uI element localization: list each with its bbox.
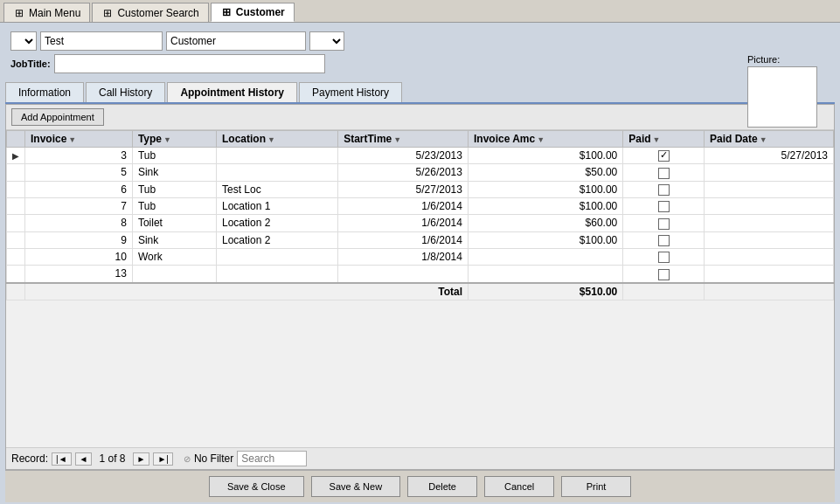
cell-paid[interactable] [623, 181, 705, 197]
jobtitle-input[interactable] [54, 54, 325, 73]
table-container: Add Appointment Invoice▼ Type▼ Location▼ [5, 104, 835, 470]
tab-customer-search[interactable]: ⊞ Customer Search [92, 3, 208, 22]
cell-invoice: 5 [25, 164, 133, 181]
cell-paid[interactable] [623, 197, 705, 214]
nav-next-button[interactable]: ► [133, 452, 150, 466]
cell-location: Test Loc [216, 181, 337, 197]
table-row[interactable]: 10Work1/8/2014 [7, 248, 834, 265]
th-paid-date[interactable]: Paid Date▼ [704, 131, 833, 148]
table-row[interactable]: 7TubLocation 11/6/2014$100.00 [7, 197, 834, 214]
cell-paid[interactable] [623, 164, 705, 181]
table-row[interactable]: 13 [7, 266, 834, 283]
cell-paid[interactable] [623, 231, 705, 248]
tab-customer[interactable]: ⊞ Customer [211, 3, 295, 22]
table-row[interactable]: 9SinkLocation 21/6/2014$100.00 [7, 231, 834, 248]
th-invoice[interactable]: Invoice▼ [25, 131, 133, 148]
total-row: Total $510.00 [7, 283, 834, 300]
row-selector[interactable] [7, 266, 25, 283]
tab-information[interactable]: Information [5, 82, 84, 102]
picture-box [747, 66, 817, 128]
nav-search-input[interactable] [237, 451, 307, 466]
paid-checkbox[interactable] [658, 201, 670, 212]
cell-paid-date [704, 266, 833, 283]
customer-icon: ⊞ [220, 7, 233, 17]
paid-checkbox[interactable] [658, 235, 670, 246]
cell-paid[interactable] [623, 148, 705, 164]
nav-first-button[interactable]: |◄ [52, 452, 72, 466]
cancel-button[interactable]: Cancel [484, 476, 554, 497]
cell-location [216, 266, 337, 283]
row-selector[interactable]: ▶ [7, 148, 25, 164]
total-paid [623, 283, 705, 300]
total-sel [7, 283, 25, 300]
save-new-button[interactable]: Save & New [311, 476, 401, 497]
nav-prev-button[interactable]: ◄ [75, 452, 93, 466]
table-row[interactable]: 8ToiletLocation 21/6/2014$60.00 [7, 215, 834, 231]
bottom-bar: Save & Close Save & New Delete Cancel Pr… [5, 470, 835, 502]
paid-checkbox[interactable] [658, 269, 670, 280]
table-row[interactable]: ▶3Tub5/23/2013$100.005/27/2013 [7, 148, 834, 164]
scrollable-table[interactable]: Invoice▼ Type▼ Location▼ StartTime▼ Invo [6, 130, 834, 447]
tab-appointment-history[interactable]: Appointment History [167, 82, 297, 102]
paid-checkbox[interactable] [658, 168, 670, 179]
th-starttime[interactable]: StartTime▼ [338, 131, 469, 148]
cell-invoice: 8 [25, 215, 133, 231]
paid-checkbox[interactable] [658, 218, 670, 230]
cell-starttime: 1/6/2014 [338, 215, 469, 231]
add-appointment-button[interactable]: Add Appointment [11, 108, 104, 126]
th-invoice-amount[interactable]: Invoice Amc▼ [468, 131, 622, 148]
first-name-input[interactable] [40, 31, 163, 51]
row-selector[interactable] [7, 215, 25, 231]
row-selector[interactable] [7, 164, 25, 181]
cell-invoice: 7 [25, 197, 133, 214]
cell-type: Toilet [132, 215, 216, 231]
cell-type: Sink [132, 231, 216, 248]
delete-button[interactable]: Delete [407, 476, 477, 497]
tab-payment-history[interactable]: Payment History [299, 82, 402, 102]
nav-current: 1 of 8 [99, 452, 125, 465]
cell-location: Location 1 [216, 197, 337, 214]
cell-type: Tub [132, 148, 216, 164]
cell-location [216, 148, 337, 164]
total-label: Total [25, 283, 469, 300]
last-name-input[interactable] [166, 31, 306, 51]
jobtitle-label: JobTitle: [10, 59, 51, 69]
main-content: Mr Ms Jr Sr JobTitle: Picture: Informati… [0, 23, 840, 504]
row-selector[interactable] [7, 197, 25, 214]
table-row[interactable]: 6TubTest Loc5/27/2013$100.00 [7, 181, 834, 197]
paid-checkbox[interactable] [658, 150, 670, 162]
cell-amount: $100.00 [468, 181, 622, 197]
cell-paid-date [704, 248, 833, 265]
cell-invoice: 3 [25, 148, 133, 164]
row-selector[interactable] [7, 248, 25, 265]
no-filter-label: No Filter [194, 452, 233, 465]
cell-paid[interactable] [623, 248, 705, 265]
th-paid[interactable]: Paid▼ [623, 131, 705, 148]
appointments-table: Invoice▼ Type▼ Location▼ StartTime▼ Invo [6, 130, 834, 300]
salutation-select[interactable]: Mr Ms [10, 31, 37, 51]
cell-paid[interactable] [623, 266, 705, 283]
tab-call-history[interactable]: Call History [86, 82, 165, 102]
print-button[interactable]: Print [561, 476, 631, 497]
cell-amount: $50.00 [468, 164, 622, 181]
table-row[interactable]: 5Sink5/26/2013$50.00 [7, 164, 834, 181]
save-close-button[interactable]: Save & Close [209, 476, 304, 497]
nav-bar: Record: |◄ ◄ 1 of 8 ► ►| ⊘ No Filter [6, 447, 834, 469]
cell-amount: $100.00 [468, 148, 622, 164]
cell-starttime: 5/27/2013 [338, 181, 469, 197]
paid-checkbox[interactable] [658, 252, 670, 263]
cell-paid[interactable] [623, 215, 705, 231]
th-location[interactable]: Location▼ [216, 131, 337, 148]
tab-bar: ⊞ Main Menu ⊞ Customer Search ⊞ Customer [0, 0, 840, 23]
tab-main-menu[interactable]: ⊞ Main Menu [3, 3, 90, 22]
paid-checkbox[interactable] [658, 184, 670, 196]
row-selector[interactable] [7, 231, 25, 248]
row-selector[interactable] [7, 181, 25, 197]
suffix-select[interactable]: Jr Sr [309, 31, 344, 51]
cell-paid-date [704, 231, 833, 248]
th-type[interactable]: Type▼ [132, 131, 216, 148]
cell-amount: $100.00 [468, 231, 622, 248]
nav-last-button[interactable]: ►| [153, 452, 173, 466]
filter-icon: ⊘ [184, 454, 191, 464]
cell-location [216, 248, 337, 265]
